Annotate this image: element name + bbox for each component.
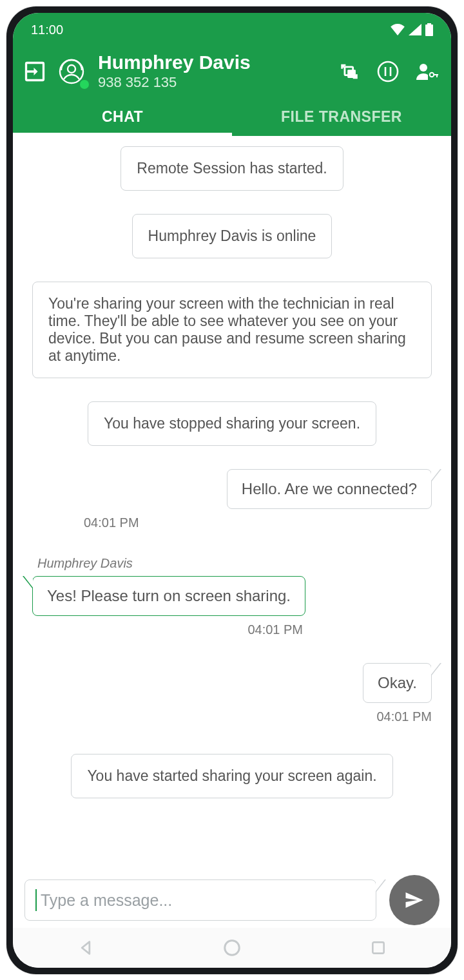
pause-icon (376, 60, 400, 83)
tab-chat[interactable]: CHAT (13, 97, 232, 136)
incoming-message: Humphrey Davis Yes! Please turn on scree… (32, 556, 432, 637)
message-bubble: Hello. Are we connected? (227, 469, 432, 509)
triangle-back-icon (77, 939, 95, 957)
tab-file-transfer-label: FILE TRANSFER (281, 108, 402, 126)
contact-avatar[interactable] (55, 55, 88, 88)
text-caret (35, 889, 37, 911)
message-text: Hello. Are we connected? (242, 480, 417, 497)
message-text: Yes! Please turn on screen sharing. (47, 587, 291, 604)
svg-point-4 (68, 65, 75, 73)
message-input-wrap[interactable] (24, 879, 376, 921)
swap-role-button[interactable] (336, 59, 362, 84)
android-nav-bar (13, 928, 451, 968)
send-button[interactable] (389, 875, 440, 925)
chat-scroll[interactable]: Remote Session has started. Humphrey Dav… (13, 136, 451, 869)
message-time: 04:01 PM (84, 515, 432, 530)
tab-chat-label: CHAT (102, 108, 143, 126)
nav-recent-button[interactable] (367, 936, 390, 959)
exit-button[interactable] (21, 57, 49, 86)
message-input[interactable] (39, 890, 365, 910)
presence-online-indicator (80, 80, 89, 89)
composer (13, 869, 451, 928)
send-icon (403, 889, 426, 912)
battery-icon (425, 23, 433, 36)
message-time: 04:01 PM (84, 709, 432, 724)
circle-home-icon (222, 938, 242, 957)
system-message: Remote Session has started. (121, 146, 343, 191)
pause-button[interactable] (375, 59, 401, 84)
signal-icon (409, 24, 421, 35)
svg-point-10 (420, 64, 427, 72)
message-bubble: Yes! Please turn on screen sharing. (32, 576, 305, 616)
contact-title-block: Humphrey Davis 938 352 135 (98, 52, 330, 91)
app-bar: Humphrey Davis 938 352 135 (13, 46, 451, 97)
outgoing-message: Okay. 04:01 PM (32, 663, 432, 724)
svg-point-7 (378, 62, 398, 81)
svg-point-11 (430, 72, 434, 76)
exit-icon (23, 60, 46, 83)
message-bubble: Okay. (363, 663, 432, 703)
message-sender: Humphrey Davis (37, 556, 432, 571)
message-time: 04:01 PM (32, 622, 303, 637)
svg-rect-0 (425, 24, 433, 36)
user-key-icon (415, 62, 438, 81)
tab-file-transfer[interactable]: FILE TRANSFER (232, 97, 451, 136)
status-bar: 11:00 (13, 13, 451, 46)
svg-rect-1 (427, 23, 431, 25)
svg-rect-15 (372, 942, 383, 953)
swap-icon (338, 61, 360, 82)
system-message: You're sharing your screen with the tech… (32, 282, 432, 378)
status-time: 11:00 (31, 23, 63, 37)
tab-bar: CHAT FILE TRANSFER (13, 97, 451, 136)
nav-home-button[interactable] (220, 936, 244, 959)
nav-back-button[interactable] (74, 936, 97, 959)
square-recent-icon (370, 939, 387, 956)
system-message: You have started sharing your screen aga… (71, 754, 392, 798)
session-id: 938 352 135 (98, 74, 330, 91)
svg-point-14 (225, 941, 240, 956)
wifi-icon (391, 24, 405, 35)
system-message: You have stopped sharing your screen. (88, 401, 376, 446)
outgoing-message: Hello. Are we connected? 04:01 PM (32, 469, 432, 530)
message-text: Okay. (378, 674, 417, 691)
status-icons (391, 23, 433, 36)
system-message: Humphrey Davis is online (132, 214, 333, 258)
contact-name: Humphrey Davis (98, 52, 330, 73)
user-key-button[interactable] (414, 59, 440, 84)
